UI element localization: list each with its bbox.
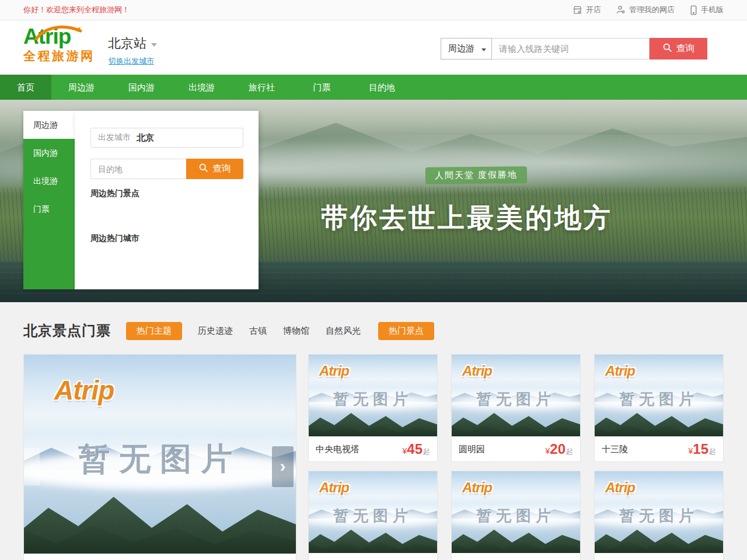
open-shop-link[interactable]: 开店 bbox=[573, 5, 601, 15]
ticket-card-cctv-tower[interactable]: Atrip 暂无图片 中央电视塔 ¥ 45 起 bbox=[308, 354, 438, 462]
nav-item-domestic-tours[interactable]: 国内游 bbox=[111, 75, 172, 100]
manage-shop-label: 管理我的网店 bbox=[629, 5, 675, 15]
line-keyword-input[interactable] bbox=[492, 38, 650, 60]
mobile-version-label: 手机版 bbox=[701, 5, 724, 15]
tab-ancient-towns[interactable]: 古镇 bbox=[249, 326, 267, 337]
watermark-logo: Atrip bbox=[319, 363, 349, 379]
currency-symbol: ¥ bbox=[689, 446, 693, 456]
manage-shop-link[interactable]: 管理我的网店 bbox=[616, 5, 675, 15]
tab-hot-themes[interactable]: 热门主题 bbox=[126, 322, 182, 340]
ticket-card-ming-tombs[interactable]: Atrip 暂无图片 十三陵 ¥ 15 起 bbox=[594, 354, 724, 462]
attraction-name: 十三陵 bbox=[602, 444, 628, 455]
hero-title: 带你去世上最美的地方 bbox=[0, 200, 747, 236]
watermark-logo: Atrip bbox=[605, 480, 635, 496]
no-image-watermark: 暂无图片 bbox=[595, 389, 723, 410]
hero-banner: 周边游 国内游 出境游 门票 出发城市 北京 查询 bbox=[0, 100, 747, 302]
hero-slogan-badge: 人間天堂 度假勝地 bbox=[425, 166, 527, 184]
placeholder-image: Atrip 暂无图片 bbox=[595, 471, 723, 553]
carousel-next-button[interactable]: › bbox=[272, 446, 294, 487]
ticket-card[interactable]: Atrip 暂无图片 bbox=[451, 471, 581, 560]
watermark-logo: Atrip bbox=[462, 363, 492, 379]
destination-input[interactable] bbox=[90, 159, 186, 179]
open-shop-label: 开店 bbox=[586, 5, 601, 15]
panel-search-button[interactable]: 查询 bbox=[186, 159, 243, 179]
placeholder-image: Atrip 暂无图片 bbox=[24, 355, 296, 554]
tab-hot-spots[interactable]: 热门景点 bbox=[378, 322, 434, 340]
storefront-icon bbox=[573, 6, 582, 15]
tab-museums[interactable]: 博物馆 bbox=[283, 326, 309, 337]
welcome-message: 你好！欢迎您来到全程旅游网！ bbox=[23, 5, 130, 15]
watermark-logo: Atrip bbox=[605, 363, 635, 379]
search-category-select[interactable]: 周边游 bbox=[441, 38, 492, 60]
sidebar-tab-domestic[interactable]: 国内游 bbox=[23, 139, 75, 167]
depart-city-field[interactable]: 出发城市 北京 bbox=[90, 128, 243, 148]
attraction-name: 中央电视塔 bbox=[316, 444, 359, 455]
tickets-section: 北京景点门票 热门主题 历史遗迹 古镇 博物馆 自然风光 热门景点 Atrip … bbox=[0, 302, 747, 560]
price-suffix: 起 bbox=[423, 447, 430, 457]
topbar-links: 开店 管理我的网店 手机版 bbox=[573, 5, 724, 15]
theme-tabs: 历史遗迹 古镇 博物馆 自然风光 bbox=[198, 326, 361, 337]
placeholder-image: Atrip 暂无图片 bbox=[309, 471, 437, 553]
nav-item-tickets[interactable]: 门票 bbox=[292, 75, 352, 100]
card-title-row: 圆明园 ¥ 20 起 bbox=[452, 436, 580, 462]
nav-item-destinations[interactable]: 目的地 bbox=[352, 75, 412, 100]
price-tag: ¥ 45 起 bbox=[403, 441, 431, 457]
no-image-watermark: 暂无图片 bbox=[309, 389, 437, 410]
no-image-watermark: 暂无图片 bbox=[452, 506, 580, 526]
search-category-value: 周边游 bbox=[448, 43, 474, 54]
nav-item-outbound-tours[interactable]: 出境游 bbox=[172, 75, 232, 100]
placeholder-image: Atrip 暂无图片 bbox=[452, 355, 580, 436]
price-value: 15 bbox=[693, 441, 708, 457]
ticket-card-grid: Atrip 暂无图片 中央电视塔 ¥ 45 起 bbox=[308, 354, 724, 560]
user-icon bbox=[616, 5, 626, 15]
destination-search-row: 查询 bbox=[90, 159, 243, 179]
card-title-row: 十三陵 ¥ 15 起 bbox=[595, 436, 723, 462]
tickets-section-header: 北京景点门票 热门主题 历史遗迹 古镇 博物馆 自然风光 热门景点 bbox=[0, 302, 747, 340]
price-tag: ¥ 15 起 bbox=[689, 441, 717, 457]
watermark-logo: Atrip bbox=[319, 480, 349, 496]
tab-historic-sites[interactable]: 历史遗迹 bbox=[198, 326, 233, 337]
price-suffix: 起 bbox=[709, 447, 716, 457]
ticket-card[interactable]: Atrip 暂无图片 bbox=[594, 471, 724, 560]
sidebar-tab-nearby[interactable]: 周边游 bbox=[23, 111, 75, 139]
tab-natural-scenery[interactable]: 自然风光 bbox=[326, 326, 361, 337]
line-search-bar: 周边游 查询 bbox=[441, 38, 707, 60]
placeholder-image: Atrip 暂无图片 bbox=[595, 355, 723, 436]
nav-item-home[interactable]: 首页 bbox=[0, 75, 51, 100]
price-value: 45 bbox=[407, 441, 423, 457]
mobile-version-link[interactable]: 手机版 bbox=[690, 5, 724, 15]
line-search-button[interactable]: 查询 bbox=[650, 38, 707, 60]
logo-site-name: 全程旅游网 bbox=[23, 48, 105, 64]
ticket-card[interactable]: Atrip 暂无图片 bbox=[308, 471, 438, 560]
currency-symbol: ¥ bbox=[403, 446, 407, 456]
search-icon bbox=[662, 43, 672, 55]
logo-wordmark: Atrip bbox=[23, 25, 105, 48]
sidebar-tab-outbound[interactable]: 出境游 bbox=[23, 167, 75, 195]
depart-city-value: 北京 bbox=[137, 132, 154, 144]
nav-item-travel-agency[interactable]: 旅行社 bbox=[232, 75, 292, 100]
chevron-right-icon: › bbox=[280, 457, 286, 475]
mobile-icon bbox=[690, 5, 697, 15]
topbar: 你好！欢迎您来到全程旅游网！ 开店 管理我的网店 bbox=[0, 0, 747, 20]
ticket-card-yuanmingyuan[interactable]: Atrip 暂无图片 圆明园 ¥ 20 起 bbox=[451, 354, 581, 462]
dragon-swoosh-icon bbox=[34, 22, 84, 45]
station-label: 北京站 bbox=[108, 35, 146, 52]
hot-spots-heading: 周边热门景点 bbox=[90, 188, 139, 199]
switch-city-link[interactable]: 切换出发城市 bbox=[109, 56, 154, 66]
featured-carousel[interactable]: Atrip 暂无图片 ‹ › bbox=[23, 354, 296, 560]
price-tag: ¥ 20 起 bbox=[546, 441, 574, 457]
carousel-prev-button[interactable]: ‹ bbox=[24, 448, 40, 485]
no-image-watermark: 暂无图片 bbox=[452, 389, 580, 410]
nav-item-nearby-tours[interactable]: 周边游 bbox=[51, 75, 111, 100]
chevron-down-icon bbox=[151, 43, 157, 47]
header: Atrip 全程旅游网 北京站 切换出发城市 周边游 bbox=[0, 20, 747, 75]
no-image-watermark: 暂无图片 bbox=[309, 506, 437, 526]
city-station-selector[interactable]: 北京站 bbox=[108, 35, 157, 52]
placeholder-image: Atrip 暂无图片 bbox=[309, 355, 437, 436]
page: 你好！欢迎您来到全程旅游网！ 开店 管理我的网店 bbox=[0, 0, 747, 560]
chevron-left-icon: ‹ bbox=[30, 459, 34, 473]
card-title-row: 中央电视塔 ¥ 45 起 bbox=[309, 436, 437, 462]
site-logo[interactable]: Atrip 全程旅游网 bbox=[23, 25, 105, 64]
line-search-label: 查询 bbox=[676, 43, 695, 55]
main-nav: 首页 周边游 国内游 出境游 旅行社 门票 目的地 bbox=[0, 75, 747, 100]
